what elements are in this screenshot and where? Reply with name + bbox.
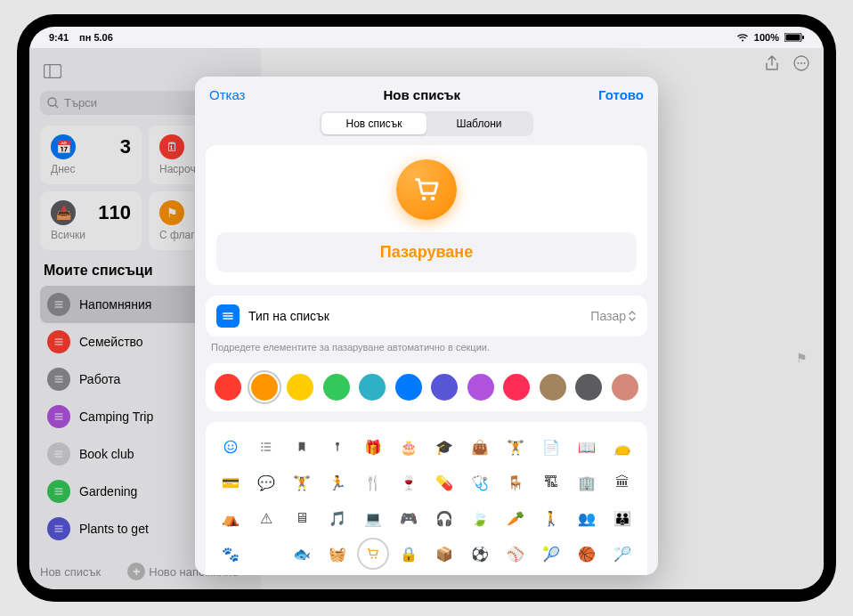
list-preview-icon [396,159,457,220]
done-button[interactable]: Готово [598,87,644,102]
svg-point-17 [261,442,263,444]
color-swatch[interactable] [467,374,494,401]
svg-point-15 [228,445,230,447]
wine-icon[interactable]: 🍷 [394,468,423,497]
people-icon[interactable]: 👥 [573,504,601,532]
screen: 9:41 пн 5.06 100% ••• [29,27,824,589]
carrot-icon[interactable]: 🥕 [501,504,530,532]
racket-icon[interactable]: 🏸 [608,539,637,568]
list-type-row[interactable]: Тип на списък Пазар [206,296,647,336]
tab-new-list[interactable]: Нов списък [321,113,426,134]
svg-point-23 [375,556,377,558]
ipad-frame: 9:41 пн 5.06 100% ••• [17,14,836,602]
color-swatch[interactable] [215,374,241,401]
barbell-icon[interactable]: 🏋 [288,468,316,497]
bookmark-icon[interactable] [288,433,316,461]
battery-text: 100% [754,32,779,43]
doc-icon[interactable]: 📄 [537,433,565,461]
list-type-label: Тип на списък [248,309,329,323]
basketball-icon[interactable]: 🏀 [573,539,601,568]
svg-point-22 [370,556,372,558]
color-swatch[interactable] [323,374,350,401]
svg-point-13 [223,313,223,314]
baseball-icon[interactable]: ⚾ [501,539,530,568]
soccer-icon[interactable]: ⚽ [466,539,494,568]
cube-icon[interactable]: 📦 [430,539,459,568]
list-type-icon [216,304,240,328]
fork-icon[interactable]: 🍴 [359,468,387,497]
run-icon[interactable]: 🏃 [323,468,352,497]
color-swatch[interactable] [359,374,386,401]
color-swatch[interactable] [575,374,602,401]
chevron-updown-icon [628,310,637,322]
list-preview-card: Пазаруване [206,145,647,285]
svg-point-19 [261,450,263,451]
lock-icon[interactable]: 🔒 [394,539,423,568]
gift-icon[interactable]: 🎁 [359,433,387,461]
laptop-icon[interactable]: 💻 [359,504,387,532]
color-swatch[interactable] [540,374,566,401]
svg-point-18 [261,446,263,448]
modal-header: Отказ Нов списък Готово [195,77,658,108]
fish-icon[interactable]: 🐟 [288,539,316,568]
office-icon[interactable]: 🏢 [573,468,601,497]
svg-point-12 [431,197,435,201]
build-icon[interactable]: 🏗 [537,468,565,497]
icon-picker-card: 🎁🎂🎓👜🏋📄📖👝💳💬🏋🏃🍴🍷💊🩺🪑🏗🏢🏛⛺⚠🖥🎵💻🎮🎧🍃🥕🚶👥👪🐾🐟🧺🔒📦⚽⚾🎾… [206,422,647,575]
color-swatch[interactable] [612,374,638,401]
svg-point-16 [232,445,233,447]
icon-placeholder [252,539,280,568]
book-icon[interactable]: 📖 [573,433,601,461]
bench-icon[interactable]: 🪑 [501,468,530,497]
monitor-icon[interactable]: 🖥 [288,504,316,532]
status-date: пн 5.06 [79,32,113,43]
list-icon[interactable] [252,433,280,461]
svg-point-14 [224,441,237,453]
wifi-icon [736,33,749,42]
group-icon[interactable]: 👪 [608,504,637,532]
chat-icon[interactable]: 💬 [252,468,280,497]
cake-icon[interactable]: 🎂 [394,433,423,461]
battery-icon [784,33,804,42]
warn-icon[interactable]: ⚠ [252,504,280,532]
list-name-input[interactable]: Пазаруване [216,232,637,272]
dumbbells-v-icon[interactable]: 🏋 [501,433,530,461]
game-icon[interactable]: 🎮 [394,504,423,532]
svg-rect-1 [786,35,800,41]
svg-rect-21 [337,445,337,451]
pills-icon[interactable]: 💊 [430,468,459,497]
color-swatch[interactable] [287,374,313,401]
svg-point-11 [422,197,426,201]
pin-icon[interactable] [323,433,352,461]
headphones-icon[interactable]: 🎧 [430,504,459,532]
color-swatch[interactable] [395,374,422,401]
list-type-hint: Подредете елементите за пазаруване автом… [211,342,642,353]
tab-segment: Нов списък Шаблони [320,111,533,136]
basket-icon[interactable]: 🧺 [323,539,352,568]
cancel-button[interactable]: Отказ [209,87,245,102]
tennis-icon[interactable]: 🎾 [537,539,565,568]
grad-icon[interactable]: 🎓 [430,433,459,461]
cart-icon [411,174,442,205]
color-swatch[interactable] [431,374,458,401]
person-icon[interactable]: 🚶 [537,504,565,532]
tent-icon[interactable]: ⛺ [216,504,245,532]
steth-icon[interactable]: 🩺 [466,468,494,497]
wallet-icon[interactable]: 👝 [608,433,637,461]
modal-title: Нов списък [383,87,460,102]
paw-icon[interactable]: 🐾 [216,539,245,568]
tab-templates[interactable]: Шаблони [426,113,532,134]
card-icon[interactable]: 💳 [216,468,245,497]
cart-icon[interactable] [359,539,387,568]
smiley-icon[interactable] [216,433,245,461]
columns-icon[interactable]: 🏛 [608,468,637,497]
music-icon[interactable]: 🎵 [323,504,352,532]
color-swatch[interactable] [503,374,530,401]
status-time: 9:41 [49,32,69,43]
leaf-icon[interactable]: 🍃 [466,504,494,532]
color-swatch[interactable] [251,374,278,401]
bag-icon[interactable]: 👜 [466,433,494,461]
svg-rect-2 [802,36,804,39]
new-list-modal: Отказ Нов списък Готово Нов списък Шабло… [195,77,658,575]
color-picker-card [206,363,647,411]
